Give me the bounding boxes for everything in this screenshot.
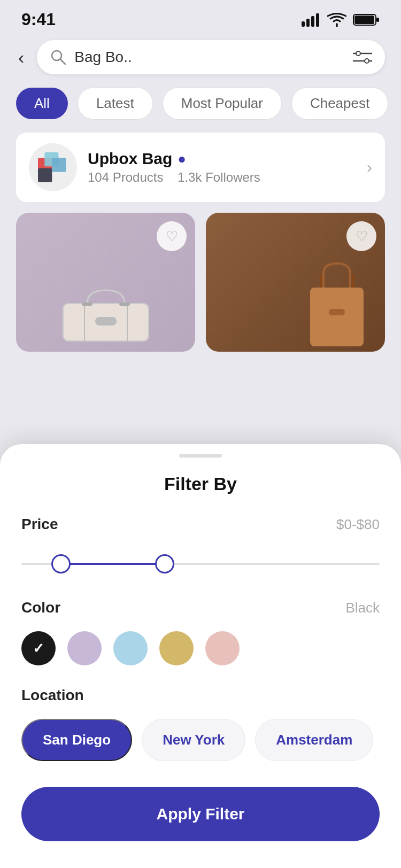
svg-rect-23	[82, 303, 92, 306]
search-icon	[50, 49, 67, 66]
battery-icon	[353, 13, 380, 27]
brand-meta: 104 Products 1.3k Followers	[88, 170, 356, 185]
back-button[interactable]: ‹	[16, 45, 26, 70]
location-amsterdam[interactable]: Amsterdam	[255, 719, 373, 761]
price-label: Price	[21, 516, 58, 533]
price-range-slider[interactable]	[21, 548, 380, 580]
chip-latest[interactable]: Latest	[78, 87, 153, 120]
heart-icon-left: ♡	[166, 228, 178, 245]
search-query: Bag Bo..	[74, 49, 345, 66]
price-section-header: Price $0-$80	[21, 516, 380, 533]
color-swatch-lavender[interactable]	[67, 631, 102, 665]
svg-rect-0	[302, 21, 305, 27]
price-range-value: $0-$80	[336, 516, 380, 533]
signal-icon	[302, 13, 321, 27]
location-new-york[interactable]: New York	[142, 719, 245, 761]
svg-rect-25	[310, 288, 364, 346]
svg-rect-17	[38, 168, 52, 182]
bottom-sheet: Filter By Price $0-$80 Color Black Locat…	[0, 444, 401, 868]
heart-icon-right: ♡	[356, 228, 368, 245]
brand-products: 104 Products	[88, 170, 163, 184]
brand-name: Upbox Bag	[88, 150, 172, 168]
wifi-icon	[327, 12, 346, 27]
color-swatch-black[interactable]	[21, 631, 56, 665]
chip-most-popular[interactable]: Most Popular	[163, 87, 282, 120]
brand-row: Upbox Bag ● 104 Products 1.3k Followers …	[16, 133, 385, 202]
search-input-wrap[interactable]: Bag Bo..	[37, 40, 385, 74]
products-row: ♡ ♡	[0, 207, 401, 352]
verified-badge: ●	[178, 151, 186, 167]
color-swatches-row	[21, 631, 380, 665]
filter-icon-button[interactable]	[353, 49, 372, 65]
brand-logo	[29, 143, 77, 191]
svg-rect-6	[376, 18, 379, 22]
apply-filter-button[interactable]: Apply Filter	[21, 787, 380, 841]
location-label: Location	[21, 687, 84, 704]
status-icons	[302, 12, 380, 27]
bag-illustration-left	[52, 282, 159, 346]
search-bar-row: ‹ Bag Bo..	[0, 35, 401, 80]
color-section-header: Color Black	[21, 599, 380, 616]
svg-rect-28	[329, 309, 345, 315]
location-san-diego[interactable]: San Diego	[21, 719, 132, 761]
color-swatch-pink[interactable]	[205, 631, 240, 665]
svg-rect-1	[306, 19, 310, 27]
brand-info: Upbox Bag ● 104 Products 1.3k Followers	[88, 150, 356, 185]
chip-cheapest[interactable]: Cheapest	[291, 87, 388, 120]
slider-thumb-right[interactable]	[155, 554, 174, 574]
slider-fill	[61, 563, 165, 565]
product-card-left: ♡	[16, 213, 195, 352]
sliders-icon	[353, 49, 372, 65]
status-time: 9:41	[21, 10, 56, 29]
svg-line-8	[60, 59, 65, 64]
color-label: Color	[21, 599, 60, 616]
svg-rect-24	[119, 303, 130, 306]
location-section-header: Location	[21, 687, 380, 704]
slider-thumb-left[interactable]	[51, 554, 71, 574]
filter-chips-row: All Latest Most Popular Cheapest	[0, 80, 401, 127]
color-swatch-gold[interactable]	[159, 631, 194, 665]
color-selected-value: Black	[345, 600, 380, 616]
color-swatch-lightblue[interactable]	[113, 631, 148, 665]
chip-all[interactable]: All	[16, 88, 68, 119]
status-bar: 9:41	[0, 0, 401, 35]
filter-sheet-title: Filter By	[21, 474, 380, 494]
bag-illustration-right	[294, 245, 380, 352]
brand-chevron-icon[interactable]: ›	[367, 158, 372, 176]
product-card-right: ♡	[206, 213, 385, 352]
svg-rect-3	[316, 13, 319, 27]
product-favorite-left[interactable]: ♡	[157, 221, 187, 251]
svg-rect-22	[95, 317, 117, 326]
svg-rect-2	[311, 16, 314, 27]
svg-rect-5	[354, 15, 374, 24]
svg-rect-18	[52, 158, 66, 172]
sheet-handle	[179, 454, 222, 458]
brand-logo-icon	[34, 149, 72, 186]
brand-name-row: Upbox Bag ●	[88, 150, 356, 168]
location-options-row: San Diego New York Amsterdam	[21, 719, 380, 761]
brand-followers: 1.3k Followers	[178, 170, 260, 184]
